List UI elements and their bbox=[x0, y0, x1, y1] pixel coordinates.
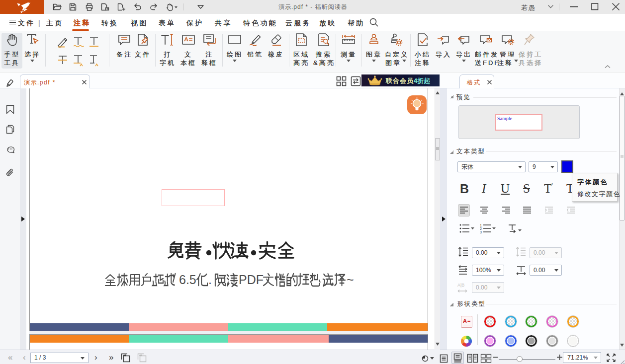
svg-text:2: 2 bbox=[480, 227, 482, 230]
svg-text:A|B: A|B bbox=[457, 283, 464, 288]
svg-text:6.5: 6.5 bbox=[179, 273, 196, 287]
svg-text:3: 3 bbox=[480, 230, 482, 233]
svg-text:.: . bbox=[208, 273, 212, 287]
svg-text:PDF: PDF bbox=[239, 273, 264, 287]
svg-text:~: ~ bbox=[347, 273, 354, 287]
svg-text:1: 1 bbox=[480, 223, 482, 227]
